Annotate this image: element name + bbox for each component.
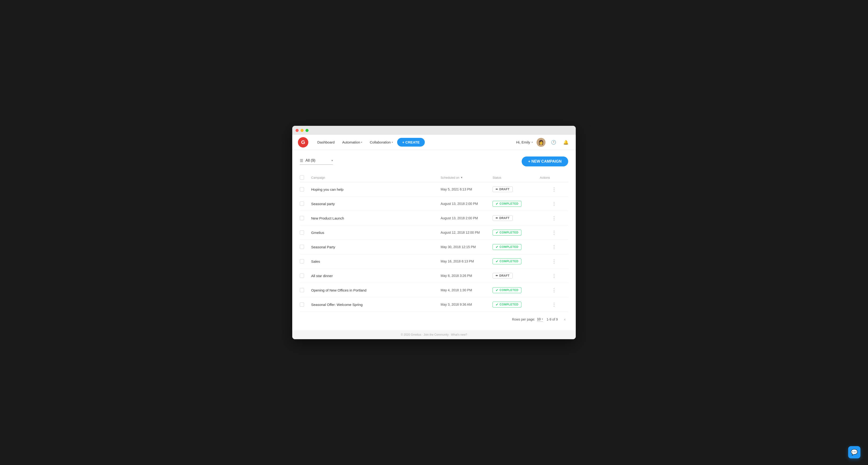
status-badge: ✏ DRAFT [493,215,513,221]
cell-campaign-name: New Product Launch [311,216,441,220]
actions-menu-button[interactable]: ⋮ [550,214,558,222]
toolbar: ☰ All (9) ▾ + NEW CAMPAIGN [300,157,568,166]
cell-actions: ⋮ [540,200,568,207]
th-scheduled-on[interactable]: Scheduled on ▼ [441,176,493,179]
cell-scheduled-date: May 5, 2021 6:13 PM [441,188,493,191]
cell-actions: ⋮ [540,243,568,251]
pencil-icon: ✏ [496,217,498,220]
status-badge: ✔ COMPLETED [493,244,521,250]
avatar-icon: 👩 [538,140,544,145]
chat-button[interactable]: 💬 [848,446,861,458]
row-checkbox[interactable] [300,245,304,249]
table-header: Campaign Scheduled on ▼ Status Actions [300,173,568,182]
maximize-button[interactable] [306,129,309,132]
clock-icon-button[interactable]: 🕐 [549,138,558,146]
actions-menu-button[interactable]: ⋮ [550,229,558,236]
logo[interactable]: G [298,137,308,147]
row-checkbox[interactable] [300,288,304,292]
row-checkbox[interactable] [300,202,304,206]
select-all-checkbox[interactable] [300,175,304,179]
row-checkbox[interactable] [300,273,304,278]
cell-campaign-name: Hoping you can help [311,188,441,192]
cell-checkbox [300,288,311,292]
cell-checkbox [300,187,311,192]
actions-menu-button[interactable]: ⋮ [550,286,558,294]
create-button[interactable]: + CREATE [397,138,425,146]
sort-arrow-icon: ▼ [461,176,463,179]
cell-actions: ⋮ [540,301,568,308]
nav-collaboration-label: Collaboration [370,140,391,144]
nav-links: Dashboard Automation ▾ Collaboration ▾ +… [314,138,516,146]
actions-menu-button[interactable]: ⋮ [550,243,558,251]
clock-icon: 🕐 [551,140,556,145]
bell-icon-button[interactable]: 🔔 [562,138,570,146]
actions-menu-button[interactable]: ⋮ [550,186,558,193]
cell-scheduled-date: May 16, 2018 6:13 PM [441,259,493,263]
cell-scheduled-date: May 4, 2018 1:30 PM [441,288,493,292]
cell-status: ✔ COMPLETED [493,201,540,207]
table-row: Opening of New Offices in Portland May 4… [300,283,568,297]
check-circle-icon: ✔ [496,245,498,249]
table-body: Hoping you can help May 5, 2021 6:13 PM … [300,182,568,312]
cell-status: ✏ DRAFT [493,215,540,221]
new-campaign-label: + NEW CAMPAIGN [528,159,562,164]
close-button[interactable] [296,129,299,132]
row-checkbox[interactable] [300,230,304,235]
avatar[interactable]: 👩 [536,138,546,147]
prev-page-button[interactable]: ‹ [562,316,568,323]
chevron-down-icon: ▾ [392,141,393,143]
table-row: Seasonal party August 13, 2018 2:00 PM ✔… [300,197,568,211]
cell-actions: ⋮ [540,229,568,236]
nav-collaboration[interactable]: Collaboration ▾ [366,138,396,146]
new-campaign-button[interactable]: + NEW CAMPAIGN [522,157,568,166]
cell-scheduled-date: August 12, 2018 12:00 PM [441,231,493,234]
status-badge: ✔ COMPLETED [493,287,521,293]
rows-per-page: Rows per page: 10 ▾ [512,317,543,322]
greeting[interactable]: Hi, Emily ▾ [516,140,533,144]
th-campaign: Campaign [311,176,441,179]
cell-actions: ⋮ [540,272,568,279]
status-label: COMPLETED [500,289,519,292]
actions-menu-button[interactable]: ⋮ [550,301,558,308]
actions-menu-button[interactable]: ⋮ [550,258,558,265]
cell-actions: ⋮ [540,258,568,265]
table-row: Sales May 16, 2018 6:13 PM ✔ COMPLETED ⋮ [300,254,568,269]
row-checkbox[interactable] [300,302,304,307]
table-row: Seasonal Party May 30, 2018 12:15 PM ✔ C… [300,240,568,254]
cell-campaign-name: Sales [311,259,441,263]
status-label: COMPLETED [500,303,519,306]
status-label: COMPLETED [500,231,519,234]
check-circle-icon: ✔ [496,202,498,206]
whats-new-link[interactable]: What's new? [451,333,467,336]
cell-campaign-name: Seasonal Party [311,245,441,249]
table-row: Hoping you can help May 5, 2021 6:13 PM … [300,182,568,197]
chevron-down-icon: ▾ [361,141,362,143]
minimize-button[interactable] [301,129,304,132]
filter-select[interactable]: ☰ All (9) ▾ [300,158,333,165]
row-checkbox[interactable] [300,216,304,220]
nav-dashboard[interactable]: Dashboard [314,138,338,146]
check-circle-icon: ✔ [496,303,498,306]
pencil-icon: ✏ [496,188,498,191]
titlebar [292,126,576,135]
row-checkbox[interactable] [300,259,304,263]
cell-checkbox [300,273,311,278]
row-checkbox[interactable] [300,187,304,192]
bell-icon: 🔔 [563,140,568,145]
chevron-down-icon: ▾ [332,159,333,162]
nav-right: Hi, Emily ▾ 👩 🕐 🔔 [516,138,570,147]
nav-automation-label: Automation [342,140,360,144]
actions-menu-button[interactable]: ⋮ [550,272,558,279]
cell-scheduled-date: May 3, 2018 9:36 AM [441,303,493,306]
status-label: DRAFT [499,188,509,191]
actions-menu-button[interactable]: ⋮ [550,200,558,207]
cell-scheduled-date: May 30, 2018 12:15 PM [441,245,493,249]
status-badge: ✏ DRAFT [493,273,513,278]
status-label: DRAFT [499,217,509,220]
cell-scheduled-date: August 13, 2018 2:00 PM [441,202,493,206]
join-community-link[interactable]: Join the Community [424,333,448,336]
check-circle-icon: ✔ [496,260,498,263]
rows-per-page-select[interactable]: 10 ▾ [537,317,543,322]
pagination: Rows per page: 10 ▾ 1-9 of 9 ‹ [300,312,568,324]
nav-automation[interactable]: Automation ▾ [339,138,366,146]
